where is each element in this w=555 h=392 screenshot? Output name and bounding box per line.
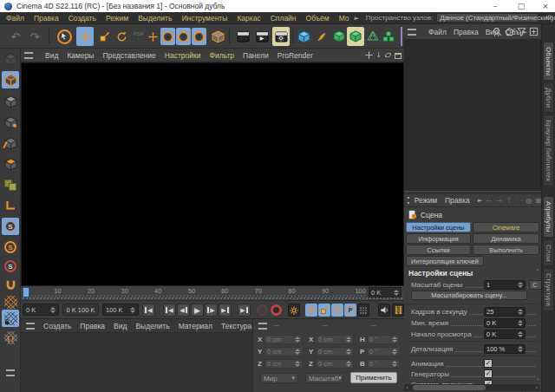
rotation-b-field[interactable]: 0 ° [367, 359, 400, 369]
magnet-button[interactable] [2, 276, 19, 293]
menu-item[interactable]: Каркас [237, 14, 260, 23]
hamburger-icon[interactable] [408, 197, 409, 204]
generators-checkbox[interactable]: ✓ [484, 369, 493, 378]
materials-menu-item[interactable]: Материал [179, 322, 212, 330]
prev-key-button[interactable]: ◀ [163, 304, 176, 317]
scroll-right-icon[interactable]: › [535, 384, 538, 391]
materials-menu-item[interactable]: Выделить [135, 322, 169, 330]
horizontal-scrollbar[interactable]: ‹ › [404, 384, 539, 391]
snap-2d-button[interactable]: S [2, 238, 19, 256]
redo-button[interactable]: ↷ [26, 27, 43, 46]
preview-start-field[interactable]: 0 K [484, 330, 526, 339]
object-manager-menu-item[interactable]: Файл [428, 28, 447, 36]
materials-menu-item[interactable]: Правка [80, 322, 105, 330]
keyframe-button[interactable] [271, 304, 282, 316]
node-space-select[interactable]: Данное (Стандартный/Физический)▾ [436, 13, 539, 23]
funnel-filter-icon[interactable] [517, 27, 526, 36]
move-tool-button[interactable] [76, 27, 94, 46]
go-start-button[interactable]: ◀ [142, 304, 155, 317]
minimize-button[interactable]: – [486, 0, 505, 12]
render-picture-viewer-button[interactable]: ▶ [253, 27, 271, 46]
viewport-canvas[interactable] [21, 62, 404, 286]
prev-frame-button[interactable]: ◀ [177, 304, 190, 317]
attribute-side-tab[interactable]: Структура [543, 268, 554, 311]
toolbar-splitter[interactable] [401, 27, 402, 46]
attributes-menu-item[interactable]: Правка [445, 196, 470, 205]
tab-execute[interactable]: Выполнить [473, 245, 539, 255]
manager-tab[interactable]: Дубли [543, 82, 554, 113]
y-axis-lock-button[interactable]: Y [176, 28, 191, 45]
render-settings-button[interactable] [272, 27, 290, 46]
object-manager-menu-item[interactable]: Правка [454, 28, 479, 36]
position-y-field[interactable]: 0 cm [264, 347, 303, 356]
timeline-ruler[interactable]: 0102030405060708090100 0 K [21, 286, 404, 301]
attributes-menu-item[interactable]: Режим [415, 196, 437, 205]
edges-mode-button[interactable] [2, 134, 19, 152]
texture-mode-button[interactable] [2, 93, 19, 110]
key-pla-toggle[interactable] [357, 304, 369, 317]
viewport-menu-item[interactable]: Панели [243, 51, 269, 60]
menu-item[interactable]: Файл [6, 14, 24, 23]
hamburger-icon[interactable] [26, 323, 35, 330]
hamburger-icon[interactable] [258, 323, 267, 330]
filmstrip-button[interactable] [392, 304, 404, 317]
menu-item[interactable]: Режим [106, 14, 128, 23]
viewport-menu-item[interactable]: ProRender [278, 51, 313, 60]
attribute-side-tab[interactable]: Атрибуты [543, 196, 554, 238]
tab-references[interactable]: Ссылки [406, 245, 471, 255]
rotation-h-field[interactable]: 0 ° [367, 335, 400, 344]
manager-tab[interactable]: Объекты [543, 42, 554, 81]
coordinate-tool-button[interactable] [144, 27, 161, 46]
panel-menu-button[interactable] [2, 364, 19, 382]
scrollbar-thumb[interactable] [413, 385, 486, 390]
menu-item[interactable]: Сплайн [271, 14, 297, 23]
track-icon[interactable]: ◎ [526, 197, 532, 205]
lock-workplane-button[interactable] [2, 310, 19, 327]
back-icon[interactable]: ← [486, 196, 493, 205]
z-axis-lock-button[interactable]: Z [192, 28, 206, 45]
rotate-tool-button[interactable] [113, 27, 130, 46]
axis-mode-button[interactable] [2, 197, 19, 214]
points-mode-button[interactable] [2, 114, 19, 131]
timeline-playhead[interactable] [23, 287, 29, 297]
attribute-side-tab[interactable]: Слои [543, 239, 554, 266]
menu-item[interactable]: Выделить [138, 14, 172, 23]
fps-field[interactable]: 25 [484, 307, 526, 317]
menu-overflow-arrow[interactable]: ► [478, 197, 482, 204]
snap-dynamic-button[interactable]: S [2, 258, 19, 275]
end-time-field[interactable]: 100 K [102, 304, 139, 316]
x-axis-lock-button[interactable]: X [160, 28, 175, 45]
manager-tab[interactable]: Браузер библиотек [543, 114, 554, 186]
go-end-button[interactable]: ▶ [238, 304, 251, 317]
snap-3d-button[interactable]: S [2, 218, 19, 235]
coordinate-system-button[interactable] [209, 27, 226, 46]
hamburger-icon[interactable] [24, 52, 33, 59]
tab-information[interactable]: Информация [406, 233, 471, 244]
lod-field[interactable]: 100 % [484, 344, 526, 354]
key-parameter-toggle[interactable]: P [344, 304, 356, 317]
pen-spline-button[interactable] [313, 27, 330, 46]
materials-list-area[interactable] [21, 333, 252, 392]
tab-cineware[interactable]: Cineware [473, 222, 539, 232]
position-z-field[interactable]: 0 cm [264, 359, 303, 369]
tab-dynamics[interactable]: Динамика [473, 233, 539, 244]
scroll-up-icon[interactable]: ˄ [537, 269, 540, 276]
next-frame-button[interactable]: ▶ [205, 304, 218, 317]
pan-view-icon[interactable] [365, 51, 373, 59]
up-icon[interactable]: ↑ [506, 196, 513, 205]
transform-mode-select[interactable]: Масштаб▾ [305, 373, 343, 383]
current-frame-field[interactable]: 0 K [369, 287, 402, 297]
materials-menu-item[interactable]: Вид [114, 322, 127, 330]
close-button[interactable]: × [536, 0, 555, 12]
polygons-mode-button[interactable] [2, 155, 19, 173]
viewport-menu-item[interactable]: Настройки [165, 51, 201, 60]
add-object-icon[interactable] [529, 27, 539, 36]
apply-button[interactable]: Применить [350, 372, 397, 383]
tab-scene-settings[interactable]: Настройки сцены [406, 222, 471, 232]
lock-icon[interactable] [521, 196, 523, 205]
scale-tool-button[interactable] [95, 27, 113, 46]
next-key-button[interactable]: ▶ [219, 304, 232, 317]
object-manager-list[interactable] [404, 40, 541, 191]
render-view-button[interactable] [234, 27, 251, 46]
menu-item[interactable]: Инструменты [181, 14, 227, 23]
